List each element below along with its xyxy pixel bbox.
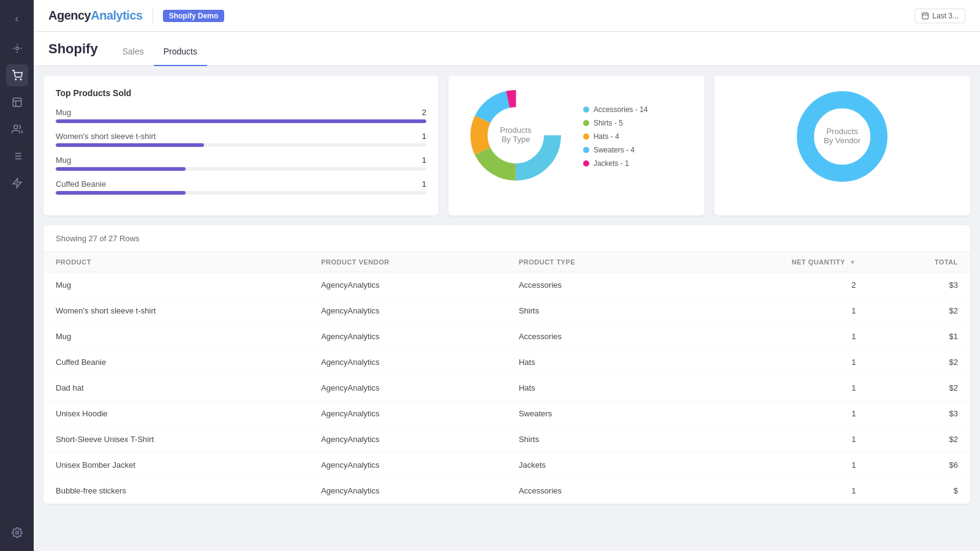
cell-total: $2 [868, 350, 970, 375]
col-total: TOTAL [868, 252, 970, 272]
cell-product: Short-Sleeve Unisex T-Shirt [43, 427, 309, 452]
table-row: Mug AgencyAnalytics Accessories 1 $1 [43, 324, 970, 350]
cell-qty: 1 [679, 478, 869, 504]
vendor-donut-container: Products By Vendor [726, 88, 958, 185]
cell-vendor: AgencyAnalytics [309, 350, 507, 375]
cell-type: Hats [507, 350, 679, 375]
cell-vendor: AgencyAnalytics [309, 298, 507, 324]
cell-total: $3 [868, 401, 970, 427]
legend-dot [583, 133, 589, 140]
bar-track [56, 191, 426, 195]
cell-qty: 1 [679, 324, 869, 350]
bar-item: Women's short sleeve t-shirt 1 [56, 132, 426, 147]
cell-vendor: AgencyAnalytics [309, 375, 507, 401]
legend-dot [583, 120, 589, 126]
date-range-button[interactable]: Last 3... [914, 9, 965, 23]
cell-product: Bubble-free stickers [43, 478, 309, 504]
cell-product: Cuffed Beanie [43, 350, 309, 375]
table-row: Mug AgencyAnalytics Accessories 2 $3 [43, 272, 970, 298]
cell-vendor: AgencyAnalytics [309, 401, 507, 427]
cell-total: $2 [868, 375, 970, 401]
back-icon[interactable]: ‹ [10, 7, 24, 30]
cell-vendor: AgencyAnalytics [309, 478, 507, 504]
cell-total: $2 [868, 298, 970, 324]
cell-total: $2 [868, 427, 970, 452]
svg-point-0 [15, 47, 18, 50]
legend-dot [583, 147, 589, 153]
settings-icon[interactable] [6, 522, 28, 544]
cell-type: Shirts [507, 427, 679, 452]
cell-qty: 2 [679, 272, 869, 298]
cell-vendor: AgencyAnalytics [309, 452, 507, 478]
svg-point-12 [15, 531, 18, 534]
logo-part2: Analytics [91, 9, 142, 22]
legend-label: Sweaters - 4 [594, 146, 635, 154]
cell-type: Accessories [507, 272, 679, 298]
cell-type: Accessories [507, 478, 679, 504]
page-tabs: Sales Products [113, 37, 207, 66]
table-showing: Showing 27 of 27 Rows [43, 225, 970, 252]
table-row: Short-Sleeve Unisex T-Shirt AgencyAnalyt… [43, 427, 970, 452]
charts-row: Top Products Sold Mug 2 Women's short sl… [43, 76, 970, 216]
content-area: Top Products Sold Mug 2 Women's short sl… [34, 66, 980, 551]
cell-total: $6 [868, 452, 970, 478]
calendar-icon [921, 12, 929, 20]
col-type: PRODUCT TYPE [507, 252, 679, 272]
svg-text:By Type: By Type [502, 135, 530, 144]
top-products-title: Top Products Sold [56, 88, 426, 98]
bar-fill [56, 119, 426, 123]
col-qty[interactable]: NET QUANTITY ▼ [679, 252, 869, 272]
cell-type: Shirts [507, 298, 679, 324]
legend-item: Hats - 4 [583, 132, 648, 141]
logo-part1: Agency [48, 9, 91, 22]
products-table: PRODUCT PRODUCT VENDOR PRODUCT TYPE NET … [43, 252, 970, 504]
donut-legend-type: Accessories - 14 Shirts - 5 Hats - 4 [583, 105, 648, 168]
legend-item: Sweaters - 4 [583, 146, 648, 154]
products-by-type-card: Products By Type Accessories - 14 Shirts… [448, 76, 704, 216]
users-icon[interactable] [6, 118, 28, 140]
table-row: Bubble-free stickers AgencyAnalytics Acc… [43, 478, 970, 504]
main-area: AgencyAnalytics Shopify Demo Last 3... S… [34, 0, 980, 551]
bar-product-name: Mug [56, 108, 71, 117]
bar-track [56, 167, 426, 171]
bar-product-value: 1 [422, 156, 426, 165]
table-row: Unisex Hoodie AgencyAnalytics Sweaters 1… [43, 401, 970, 427]
table-row: Women's short sleeve t-shirt AgencyAnaly… [43, 298, 970, 324]
topbar: AgencyAnalytics Shopify Demo Last 3... [34, 0, 980, 32]
bar-item: Mug 1 [56, 156, 426, 171]
date-range-label: Last 3... [932, 12, 959, 20]
chart-icon[interactable] [6, 91, 28, 113]
col-vendor: PRODUCT VENDOR [309, 252, 507, 272]
svg-rect-13 [922, 13, 929, 19]
tab-sales[interactable]: Sales [113, 38, 154, 66]
page-header: Shopify Sales Products [34, 32, 980, 66]
legend-label: Jackets - 1 [594, 159, 629, 168]
table-row: Cuffed Beanie AgencyAnalytics Hats 1 $2 [43, 350, 970, 375]
cell-vendor: AgencyAnalytics [309, 324, 507, 350]
cart-icon[interactable] [6, 64, 28, 86]
bar-product-name: Cuffed Beanie [56, 179, 106, 189]
demo-badge[interactable]: Shopify Demo [163, 10, 225, 22]
cell-product: Women's short sleeve t-shirt [43, 298, 309, 324]
top-products-card: Top Products Sold Mug 2 Women's short sl… [43, 76, 439, 216]
cell-qty: 1 [679, 298, 869, 324]
sidebar: ‹ [0, 0, 34, 551]
plugin-icon[interactable] [6, 172, 28, 194]
cell-type: Sweaters [507, 401, 679, 427]
products-by-vendor-card: Products By Vendor [714, 76, 970, 216]
topbar-divider [153, 9, 153, 23]
list-icon[interactable] [6, 145, 28, 167]
cell-product: Mug [43, 324, 309, 350]
cell-product: Unisex Bomber Jacket [43, 452, 309, 478]
page-title: Shopify [48, 41, 98, 66]
bar-track [56, 119, 426, 123]
cell-type: Jackets [507, 452, 679, 478]
svg-text:By Vendor: By Vendor [824, 136, 861, 145]
legend-label: Shirts - 5 [594, 119, 623, 127]
legend-item: Shirts - 5 [583, 119, 648, 127]
cell-total: $ [868, 478, 970, 504]
tab-products[interactable]: Products [154, 38, 207, 66]
svg-marker-11 [13, 179, 21, 188]
paint-icon[interactable] [6, 37, 28, 59]
bar-product-value: 1 [422, 179, 426, 189]
